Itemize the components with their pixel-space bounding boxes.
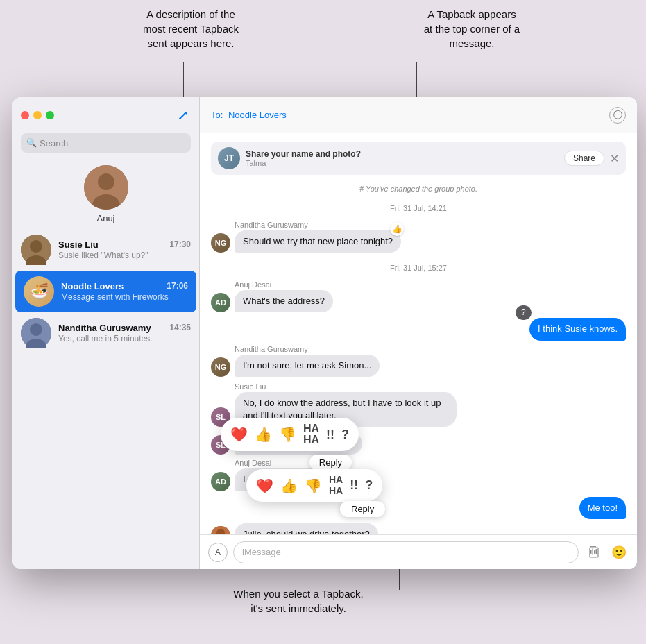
julie-msg-container: Julie, should we drive together?: [211, 523, 626, 534]
svg-rect-16: [590, 550, 592, 554]
tapback-heart[interactable]: ❤️: [230, 426, 248, 443]
profile-name: Anuj: [96, 213, 114, 223]
share-notification-sender: Talma: [246, 159, 559, 167]
sidebar-titlebar: [12, 97, 199, 133]
tapback-thumbsup-overlay[interactable]: 👍: [280, 477, 298, 494]
share-notification-title: Share your name and photo?: [246, 149, 559, 159]
svg-point-7: [30, 323, 42, 336]
profile-avatar: [84, 165, 128, 210]
tapback-thumbsdown-overlay[interactable]: 👎: [305, 477, 322, 494]
svg-point-4: [30, 240, 42, 253]
msg-bubble-metoo: Me too!: [579, 497, 626, 519]
jt-avatar: JT: [218, 147, 240, 169]
conv-preview-nanditha: Yes, call me in 5 minutes.: [58, 334, 191, 344]
reply-button-overlay[interactable]: Reply: [340, 501, 385, 517]
annotation-tapback-corner: A Tapback appearsat the top corner of am…: [399, 7, 545, 51]
annotation-line-left: [183, 62, 184, 101]
svg-rect-14: [594, 546, 596, 547]
app-store-button[interactable]: A: [208, 543, 228, 562]
msg-row-nanditha-1: NG Should we try that new place tonight?…: [211, 230, 626, 253]
conv-name-susie: Susie Liu 17:30: [58, 239, 191, 250]
tapback-heart-overlay[interactable]: ❤️: [256, 477, 273, 494]
search-bar[interactable]: 🔍 Search: [21, 133, 191, 153]
chat-header-to: To: Noodle Lovers: [211, 110, 287, 120]
conversation-item-nanditha[interactable]: Nanditha Guruswamy 14:35 Yes, call me in…: [12, 312, 199, 354]
conv-name-nanditha: Nanditha Guruswamy 14:35: [58, 323, 191, 333]
minimize-button[interactable]: [33, 111, 42, 119]
chat-header: To: Noodle Lovers ⓘ: [200, 97, 637, 133]
close-button[interactable]: [21, 111, 29, 119]
chat-recipient: Noodle Lovers: [228, 110, 287, 120]
conversation-item-noodle[interactable]: 🍜 Noodle Lovers 17:06 Message sent with …: [15, 271, 196, 312]
maximize-button[interactable]: [46, 111, 54, 119]
msg-avatar-ad: AD: [211, 293, 230, 312]
msg-avatar-ng: NG: [211, 233, 230, 253]
conv-preview-noodle: Message sent with Fireworks: [61, 292, 188, 302]
share-notification-content: Share your name and photo? Talma: [246, 149, 559, 167]
chat-input: A iMessage 🙂: [200, 534, 637, 569]
reply-button[interactable]: Reply: [309, 455, 352, 471]
sender-anuj-1: Anuj Desai AD What's the address?: [211, 280, 626, 314]
msg-row-anuj-1: AD What's the address?: [211, 290, 626, 312]
svg-rect-13: [592, 546, 594, 547]
conv-avatar-nanditha: [21, 318, 51, 348]
msg-row-susie-knows: ? I think Susie knows.: [211, 318, 626, 340]
msg-bubble-nanditha-2: I'm not sure, let me ask Simon...: [235, 355, 380, 377]
msg-row-julie: Julie, should we drive together?: [211, 523, 626, 534]
question-mark-tapback: ?: [516, 305, 532, 320]
conv-avatar-noodle: 🍜: [24, 276, 54, 307]
conv-avatar-susie: [21, 235, 51, 265]
sidebar: 🔍 Search Anuj: [12, 97, 200, 569]
tapback-question-overlay[interactable]: ?: [365, 478, 373, 493]
tapback-thumbsup[interactable]: 👍: [255, 426, 272, 443]
traffic-lights: [21, 111, 54, 119]
contact-profile: Anuj: [12, 158, 199, 229]
share-notification-row: JT Share your name and photo? Talma Shar…: [211, 142, 626, 175]
date-2: Fri, 31 Jul, 15:27: [211, 264, 626, 272]
search-placeholder: Search: [40, 138, 68, 149]
conv-info-nanditha: Nanditha Guruswamy 14:35 Yes, call me in…: [58, 323, 191, 344]
info-button[interactable]: ⓘ: [609, 107, 626, 124]
conv-info-noodle: Noodle Lovers 17:06 Message sent with Fi…: [61, 281, 188, 302]
msg-bubble-susie-knows: ? I think Susie knows.: [529, 318, 626, 340]
conv-name-noodle: Noodle Lovers 17:06: [61, 281, 188, 291]
sender-nanditha-2: Nanditha Guruswamy NG I'm not sure, let …: [211, 345, 626, 378]
input-placeholder: iMessage: [242, 547, 281, 557]
msg-avatar-ng-2: NG: [211, 357, 230, 377]
tapback-exclaim-overlay[interactable]: !!: [350, 478, 358, 493]
sender-nanditha-1: Nanditha Guruswamy NG Should we try that…: [211, 221, 626, 254]
msg-avatar-ad-2: AD: [211, 472, 230, 491]
tapback-haha[interactable]: HAHA: [303, 423, 319, 446]
svg-rect-12: [590, 546, 592, 547]
tapback-exclaim[interactable]: !!: [326, 427, 334, 442]
svg-rect-19: [596, 549, 597, 554]
audio-button[interactable]: [584, 543, 604, 562]
msg-bubble-julie: Julie, should we drive together?: [235, 523, 378, 534]
annotation-tapback-description: A description of themost recent Tapbacks…: [121, 7, 260, 51]
group-photo-notice: # You've changed the group photo.: [211, 185, 626, 193]
tapback-haha-overlay[interactable]: HAHA: [329, 475, 343, 496]
annotation-line-right: [416, 62, 417, 101]
svg-rect-17: [593, 548, 594, 555]
dismiss-share-button[interactable]: ✕: [610, 152, 619, 165]
search-icon: 🔍: [26, 138, 37, 148]
imessage-input[interactable]: iMessage: [233, 541, 579, 564]
msg-row-nanditha-2: NG I'm not sure, let me ask Simon...: [211, 355, 626, 377]
msg-avatar-julie: [211, 526, 230, 534]
svg-point-1: [98, 173, 114, 190]
msg-bubble-nanditha-1: Should we try that new place tonight? 👍: [235, 230, 401, 253]
msg-bubble-anuj-1: What's the address?: [235, 290, 333, 312]
tapback-menu: ❤️ 👍 👎 HAHA !! ? Reply: [221, 418, 359, 451]
annotation-line-bottom: [399, 569, 400, 590]
date-1: Fri, 31 Jul, 14:21: [211, 204, 626, 212]
conversation-item-susie[interactable]: Susie Liu 17:30 Susie liked "What's up?": [12, 229, 199, 271]
annotation-tapback-immediate: When you select a Tapback,it's sent imme…: [201, 586, 396, 616]
tapback-thumbsdown[interactable]: 👎: [279, 426, 296, 443]
tapback-question[interactable]: ?: [341, 427, 349, 442]
svg-rect-18: [594, 550, 595, 554]
conv-info-susie: Susie Liu 17:30 Susie liked "What's up?": [58, 239, 191, 260]
conversation-list: Susie Liu 17:30 Susie liked "What's up?"…: [12, 229, 199, 569]
compose-button[interactable]: [176, 108, 191, 123]
share-button[interactable]: Share: [564, 151, 604, 166]
emoji-button[interactable]: 🙂: [609, 543, 629, 562]
